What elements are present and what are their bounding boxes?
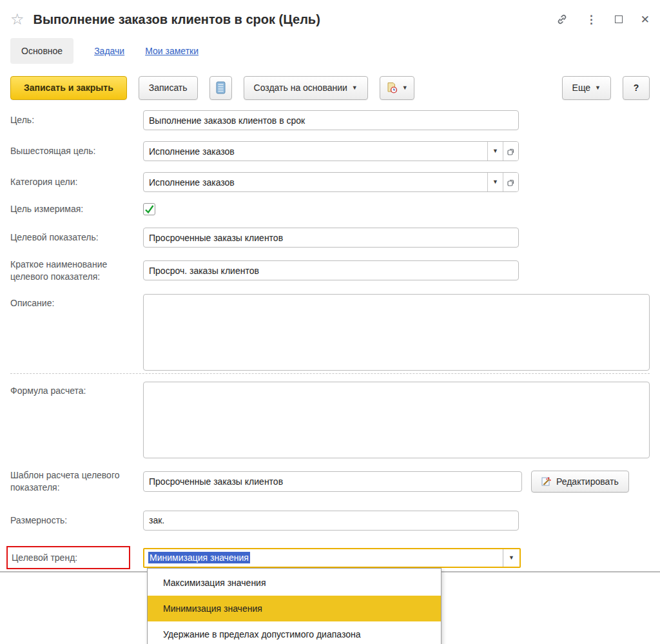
indicator-input[interactable]: Просроченные заказы клиентов [143, 228, 519, 248]
chevron-down-icon: ▼ [352, 85, 358, 91]
formula-label: Формула расчета: [10, 382, 143, 397]
field-row-goal: Цель: Выполнение заказов клиентов в срок [10, 110, 650, 130]
field-row-category: Категория цели: Исполнение заказов ▼ [10, 172, 650, 192]
trend-label: Целевой тренд: [12, 552, 77, 563]
goal-form: Цель: Выполнение заказов клиентов в срок… [0, 110, 660, 569]
description-textarea[interactable] [143, 294, 650, 371]
field-row-short-name: Краткое наименование целевого показателя… [10, 259, 650, 283]
document-clock-icon [386, 82, 398, 93]
field-row-dimension: Размерность: зак. [10, 511, 650, 531]
chevron-down-icon: ▼ [509, 555, 514, 561]
template-label: Шаблон расчета целевого показателя: [10, 469, 143, 494]
trend-label-highlight-box: Целевой тренд: [6, 546, 130, 570]
open-icon [507, 147, 516, 156]
short-name-label: Краткое наименование целевого показателя… [10, 259, 143, 283]
tab-main[interactable]: Основное [10, 38, 73, 64]
parent-goal-input[interactable]: Исполнение заказов [144, 142, 487, 161]
trend-dropdown-list: Максимизация значения Минимизация значен… [147, 568, 442, 644]
indicator-label: Целевой показатель: [10, 231, 143, 244]
favorite-star-icon[interactable]: ☆ [10, 12, 24, 27]
create-based-on-button[interactable]: Создать на основании ▼ [244, 76, 368, 100]
edit-template-button[interactable]: Редактировать [531, 471, 629, 493]
formula-textarea[interactable] [143, 382, 650, 458]
parent-goal-open-button[interactable] [503, 142, 518, 161]
dimension-input[interactable]: зак. [143, 511, 519, 531]
tab-tasks[interactable]: Задачи [94, 46, 124, 56]
more-label: Еще [572, 83, 591, 93]
parent-goal-field: Исполнение заказов ▼ [143, 141, 519, 161]
short-name-input[interactable]: Просроч. заказы клиентов [143, 260, 519, 280]
trend-option-maximize[interactable]: Максимизация значения [148, 570, 441, 596]
create-based-on-label: Создать на основании [254, 83, 347, 93]
goal-label: Цель: [10, 114, 143, 126]
checkmark-icon [144, 204, 155, 215]
template-input[interactable]: Просроченные заказы клиентов [143, 471, 522, 492]
category-input[interactable]: Исполнение заказов [144, 173, 487, 191]
link-icon[interactable] [556, 14, 568, 25]
chevron-down-icon: ▼ [492, 148, 498, 154]
page-title: Выполнение заказов клиентов в срок (Цель… [34, 12, 320, 27]
measurable-label: Цель измеримая: [10, 203, 143, 215]
dimension-label: Размерность: [10, 514, 143, 527]
measurable-checkbox[interactable] [143, 203, 155, 215]
help-button[interactable]: ? [623, 76, 650, 100]
chevron-down-icon: ▼ [492, 179, 498, 185]
parent-goal-dropdown-button[interactable]: ▼ [487, 142, 503, 161]
field-row-description: Описание: [10, 294, 650, 371]
description-label: Описание: [10, 294, 143, 309]
magic-wand-edit-icon [541, 476, 552, 487]
category-dropdown-button[interactable]: ▼ [487, 173, 503, 191]
window-controls: ⋮ ✕ [556, 13, 650, 26]
chevron-down-icon: ▼ [402, 85, 408, 91]
parent-goal-label: Вышестоящая цель: [10, 145, 143, 157]
goal-input[interactable]: Выполнение заказов клиентов в срок [143, 110, 519, 130]
section-divider [10, 373, 650, 374]
trend-label-wrap: Целевой тренд: [10, 546, 143, 570]
goal-form-window: ☆ Выполнение заказов клиентов в срок (Це… [0, 0, 660, 644]
save-and-close-button[interactable]: Записать и закрыть [10, 76, 127, 100]
report-structure-button[interactable] [209, 76, 232, 100]
trend-combo-wrap: Минимизация значения ▼ Максимизация знач… [143, 548, 521, 568]
more-button[interactable]: Еще ▼ [562, 76, 611, 100]
edit-template-label: Редактировать [556, 476, 619, 487]
field-row-template: Шаблон расчета целевого показателя: Прос… [10, 469, 650, 494]
field-row-indicator: Целевой показатель: Просроченные заказы … [10, 228, 650, 248]
category-open-button[interactable] [503, 173, 518, 191]
trend-option-minimize[interactable]: Минимизация значения [148, 596, 441, 621]
trend-dropdown-button[interactable]: ▼ [503, 549, 519, 567]
tab-notes[interactable]: Мои заметки [145, 46, 199, 56]
window-header: ☆ Выполнение заказов клиентов в срок (Це… [0, 0, 660, 30]
trend-option-keep-range[interactable]: Удержание в пределах допустимого диапазо… [148, 621, 441, 644]
trend-combobox[interactable]: Минимизация значения ▼ [143, 548, 521, 568]
category-label: Категория цели: [10, 176, 143, 188]
field-row-measurable: Цель измеримая: [10, 203, 650, 215]
maximize-icon[interactable] [615, 15, 623, 23]
reminder-button[interactable]: ▼ [380, 76, 414, 100]
report-icon [216, 81, 226, 94]
field-row-formula: Формула расчета: [10, 382, 650, 458]
category-field: Исполнение заказов ▼ [143, 172, 519, 192]
trend-selected-value[interactable]: Минимизация значения [144, 549, 503, 567]
kebab-menu-icon[interactable]: ⋮ [586, 13, 597, 26]
chevron-down-icon: ▼ [595, 85, 601, 91]
close-icon[interactable]: ✕ [641, 13, 650, 26]
tab-bar: Основное Задачи Мои заметки [0, 37, 660, 64]
toolbar: Записать и закрыть Записать Создать на о… [0, 75, 660, 101]
save-button[interactable]: Записать [139, 76, 198, 100]
open-icon [507, 178, 516, 187]
field-row-trend: Целевой тренд: Минимизация значения ▼ Ма… [10, 546, 650, 570]
field-row-parent-goal: Вышестоящая цель: Исполнение заказов ▼ [10, 141, 650, 161]
